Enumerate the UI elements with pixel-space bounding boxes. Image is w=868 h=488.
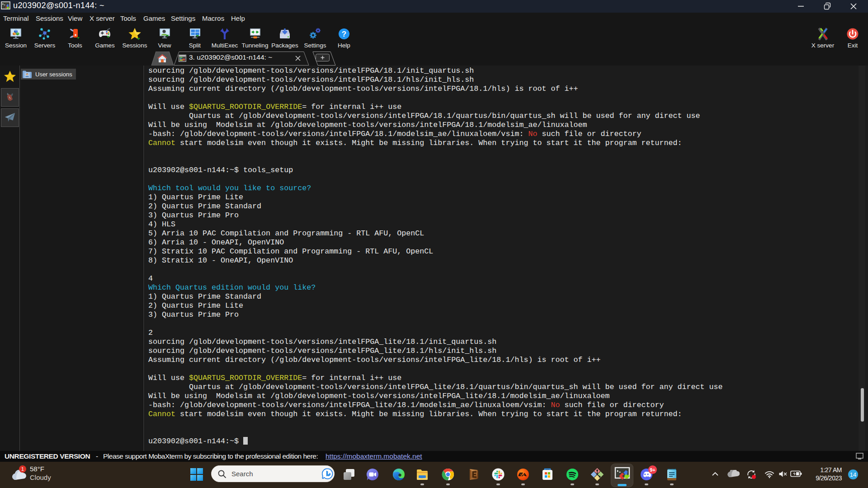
svg-text:?: ? bbox=[342, 30, 346, 38]
